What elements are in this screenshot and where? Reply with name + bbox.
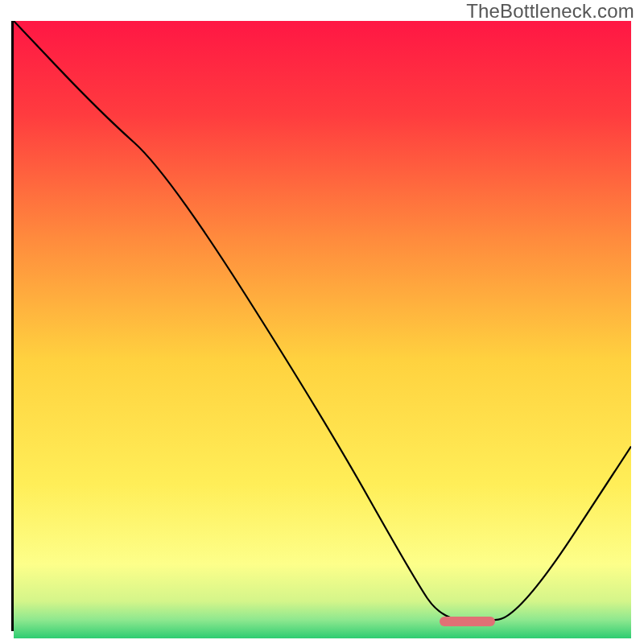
minimum-marker: [440, 617, 495, 626]
chart-root: TheBottleneck.com: [0, 0, 644, 644]
watermark-text: TheBottleneck.com: [466, 0, 634, 23]
plot-area: [11, 21, 631, 631]
bottleneck-curve: [14, 21, 631, 629]
